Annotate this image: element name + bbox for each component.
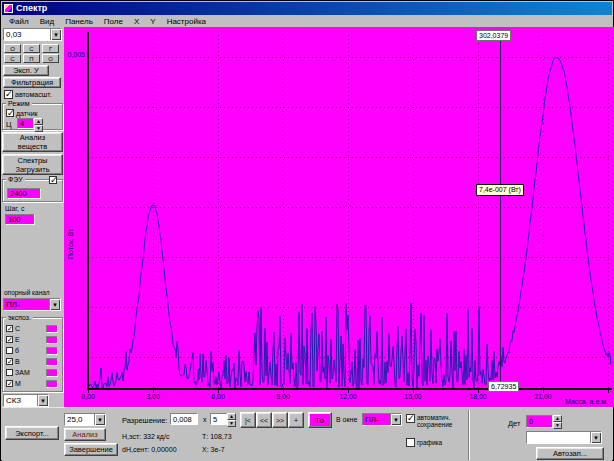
menu-bar: ФайлВидПанельПолеXYНастройка (2, 15, 612, 27)
autosave-option[interactable]: автоматич. сохранение (406, 414, 452, 428)
in-window-combo[interactable]: ПЛ- ▼ (362, 413, 402, 426)
mult-spinner[interactable]: 5 ▲▼ (210, 413, 236, 425)
sensor-checkbox[interactable] (6, 109, 14, 117)
nav-button[interactable]: >> (272, 412, 288, 428)
down-arrow-icon[interactable]: ▼ (34, 125, 43, 132)
detector-spinner[interactable]: 0 ▲▼ (526, 415, 562, 428)
divider (468, 410, 470, 460)
step-field[interactable]: 100 (5, 214, 35, 225)
up-arrow-icon[interactable]: ▲ (34, 118, 43, 125)
up-arrow-icon[interactable]: ▲ (553, 415, 562, 422)
export-button[interactable]: Экспорт... (5, 426, 59, 440)
graphics-checkbox[interactable] (406, 438, 415, 447)
filter-button[interactable]: Фильтрация (3, 77, 61, 88)
mini-button[interactable]: С (23, 44, 40, 53)
express-checkbox[interactable] (6, 325, 13, 332)
spinner-arrows[interactable]: ▲▼ (34, 118, 43, 129)
menu-item[interactable]: Настройка (167, 17, 206, 26)
up-arrow-icon[interactable]: ▲ (227, 413, 236, 420)
express-value-field[interactable] (46, 347, 58, 355)
left-value-combo[interactable]: 25,0 ▼ (64, 413, 106, 426)
right-combo[interactable]: ▼ (526, 431, 602, 444)
c-label: Ц (6, 120, 12, 129)
express-value-field[interactable] (46, 358, 58, 366)
autoscale-checkbox[interactable] (4, 90, 13, 99)
c-spinner-value: 4 (17, 118, 34, 129)
go-label: Го (316, 416, 324, 425)
autosave-run-button[interactable]: Автозап... (536, 447, 604, 460)
ref-channel-combo[interactable]: ПЛ- ▼ (3, 298, 61, 311)
nav-button[interactable]: << (256, 412, 272, 428)
express-row: Е (3, 334, 62, 345)
mini-button[interactable]: П (23, 54, 40, 63)
menu-item[interactable]: Вид (40, 17, 54, 26)
graphics-label: графика (417, 439, 442, 446)
chevron-down-icon[interactable]: ▼ (94, 414, 105, 425)
exp-u-button[interactable]: Эксп. У (3, 65, 49, 76)
mini-button[interactable]: О (42, 54, 59, 63)
pmt-voltage-field[interactable]: 2400 (7, 188, 41, 199)
spinner-arrows[interactable]: ▲▼ (553, 415, 562, 428)
scale-combo[interactable]: 0,03 ▼ (3, 28, 62, 41)
down-arrow-icon[interactable]: ▼ (553, 422, 562, 429)
express-value-field[interactable] (46, 325, 58, 333)
autosave-checkbox[interactable] (406, 414, 415, 423)
cursor-bottom-readout: 6,72935 (488, 381, 519, 392)
menu-item[interactable]: Y (150, 17, 155, 26)
nav-button[interactable]: + (288, 412, 304, 428)
load-spectra-button[interactable]: Спектры Загрузить (2, 154, 63, 175)
spectrum-canvas (64, 27, 614, 407)
spinner-arrows[interactable]: ▲▼ (227, 413, 236, 425)
resolution-field[interactable]: 0,008 (170, 413, 198, 425)
chevron-down-icon[interactable]: ▼ (50, 29, 61, 40)
express-checkbox[interactable] (6, 369, 13, 376)
mini-button[interactable]: С (4, 54, 21, 63)
express-checkbox[interactable] (6, 336, 13, 343)
menu-item[interactable]: X (134, 17, 139, 26)
title-bar[interactable]: Спектр (2, 2, 612, 15)
bottom-left-combo-value: СКЗ (4, 395, 37, 406)
express-label: М (15, 380, 32, 387)
express-row: С (3, 323, 62, 334)
graphics-option[interactable]: графика (406, 438, 442, 447)
autosave-run-label: Автозап... (553, 449, 587, 458)
express-checkbox[interactable] (6, 380, 13, 387)
mini-button[interactable]: Г (42, 44, 59, 53)
down-arrow-icon[interactable]: ▼ (227, 420, 236, 427)
express-value-field[interactable] (46, 369, 58, 377)
go-button[interactable]: Го (308, 412, 332, 428)
analysis-button[interactable]: Анализ (64, 428, 106, 441)
autoscale-label: автомасшт. (15, 91, 52, 98)
y-axis-title: Поток, Вт (67, 229, 74, 259)
express-value-field[interactable] (46, 380, 58, 388)
mini-button-row-2: СПО (4, 54, 59, 63)
mini-button[interactable]: О (4, 44, 21, 53)
express-checkbox[interactable] (6, 358, 13, 365)
express-value-field[interactable] (46, 336, 58, 344)
express-row: М (3, 378, 62, 389)
app-icon (4, 4, 13, 13)
pmt-checkbox[interactable] (49, 176, 57, 184)
chevron-down-icon[interactable]: ▼ (49, 299, 60, 310)
chevron-down-icon[interactable]: ▼ (37, 395, 48, 406)
express-label: В (15, 358, 32, 365)
c-spinner[interactable]: 4 ▲▼ (17, 118, 43, 129)
bottom-left-combo[interactable]: СКЗ ▼ (3, 394, 49, 407)
express-label: С (15, 325, 32, 332)
nav-button[interactable]: |< (240, 412, 256, 428)
sensor-option[interactable]: датчик (6, 109, 38, 117)
spectrum-plot[interactable]: 0,005 Поток, Вт 0,003,006,009,0012,0015,… (64, 27, 614, 407)
detector-label: Дет (508, 419, 520, 428)
menu-item[interactable]: Панель (65, 17, 93, 26)
export-label: Экспорт... (15, 429, 49, 438)
analysis-substances-line1: Анализ (20, 133, 45, 142)
chevron-down-icon[interactable]: ▼ (390, 414, 401, 425)
menu-item[interactable]: Поле (104, 17, 123, 26)
sensor-label: датчик (16, 110, 38, 117)
finish-button[interactable]: Завершение (64, 443, 118, 456)
express-checkbox[interactable] (6, 347, 13, 354)
menu-item[interactable]: Файл (9, 17, 29, 26)
chevron-down-icon[interactable]: ▼ (590, 432, 601, 443)
analysis-substances-button[interactable]: Анализ веществ (2, 132, 63, 152)
autoscale-option[interactable]: автомасшт. (4, 90, 52, 99)
